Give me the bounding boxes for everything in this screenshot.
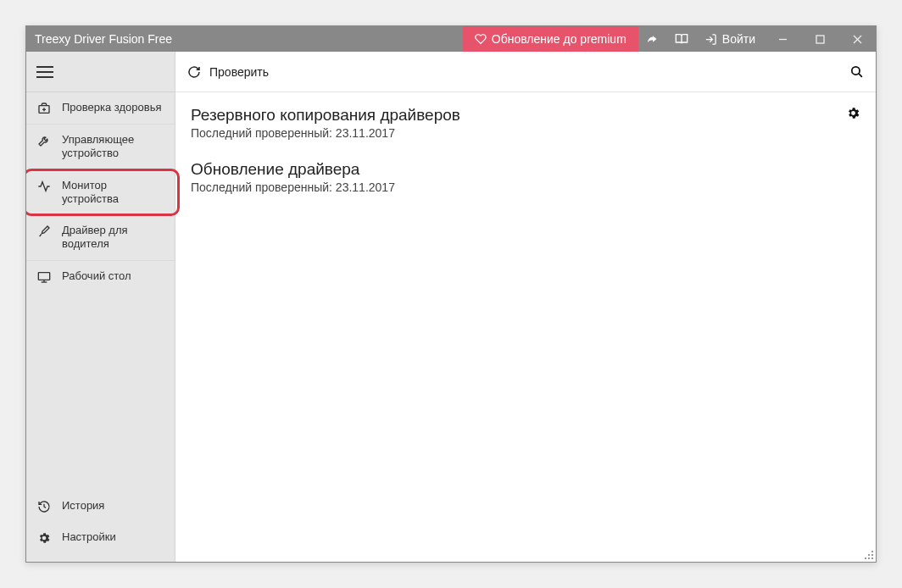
gear-icon xyxy=(36,531,52,545)
app-window: Treexy Driver Fusion Free Обновление до … xyxy=(25,25,877,563)
share-button[interactable] xyxy=(638,26,667,52)
close-button[interactable] xyxy=(838,26,876,52)
section-subtitle: Последний проверенный: 23.11.2017 xyxy=(191,126,860,140)
sidebar-item-settings[interactable]: Настройки xyxy=(26,522,175,553)
svg-line-12 xyxy=(859,74,862,77)
login-button[interactable]: Войти xyxy=(696,26,764,52)
upgrade-premium-button[interactable]: Обновление до premium xyxy=(463,26,638,52)
sidebar-item-label: Проверка здоровья xyxy=(62,101,166,114)
section-title: Обновление драйвера xyxy=(191,160,860,179)
sidebar-item-label: Монитор устройства xyxy=(62,179,166,207)
login-icon xyxy=(704,33,717,46)
svg-point-11 xyxy=(852,67,860,75)
maximize-button[interactable] xyxy=(801,26,838,52)
content-body: Резервного копирования драйверов Последн… xyxy=(175,92,876,562)
activity-icon xyxy=(36,180,52,193)
sidebar-item-driver[interactable]: Драйвер для водителя xyxy=(26,215,175,261)
hamburger-button[interactable] xyxy=(26,52,175,92)
check-button[interactable]: Проверить xyxy=(187,65,269,79)
history-icon xyxy=(36,500,52,513)
login-label: Войти xyxy=(722,32,755,46)
sidebar: Проверка здоровья Управляющее устройство… xyxy=(26,52,175,562)
heart-icon xyxy=(475,33,487,45)
sidebar-item-label: Настройки xyxy=(62,530,164,544)
section-update[interactable]: Обновление драйвера Последний проверенны… xyxy=(191,160,860,194)
titlebar: Treexy Driver Fusion Free Обновление до … xyxy=(26,26,876,52)
minimize-button[interactable] xyxy=(764,26,801,52)
upgrade-premium-label: Обновление до premium xyxy=(492,32,626,46)
section-settings-button[interactable] xyxy=(846,106,860,120)
wrench-icon xyxy=(36,134,52,147)
window-title: Treexy Driver Fusion Free xyxy=(26,26,463,52)
desktop-icon xyxy=(36,270,52,284)
app-body: Проверка здоровья Управляющее устройство… xyxy=(26,52,876,562)
resize-grip[interactable] xyxy=(862,548,874,560)
brush-icon xyxy=(36,225,52,238)
sidebar-item-label: История xyxy=(62,499,164,513)
sidebar-item-device-control[interactable]: Управляющее устройство xyxy=(26,125,175,170)
sidebar-item-device-monitor[interactable]: Монитор устройства xyxy=(26,170,175,216)
toolbar: Проверить xyxy=(175,52,876,92)
section-subtitle: Последний проверенный: 23.11.2017 xyxy=(191,180,860,194)
sidebar-item-history[interactable]: История xyxy=(26,491,175,522)
sidebar-main: Проверка здоровья Управляющее устройство… xyxy=(26,92,175,487)
sidebar-item-label: Рабочий стол xyxy=(62,269,166,283)
book-button[interactable] xyxy=(667,26,696,52)
refresh-icon xyxy=(187,65,201,79)
window-controls xyxy=(764,26,876,52)
sidebar-item-desktop[interactable]: Рабочий стол xyxy=(26,261,175,292)
medkit-icon xyxy=(36,102,52,115)
sidebar-item-label: Управляющее устройство xyxy=(62,133,166,161)
sidebar-item-label: Драйвер для водителя xyxy=(62,224,166,252)
content-area: Проверить Резервного копирования драйвер… xyxy=(175,52,876,562)
search-button[interactable] xyxy=(849,64,864,79)
svg-rect-8 xyxy=(38,272,49,280)
sidebar-item-health-check[interactable]: Проверка здоровья xyxy=(26,92,175,125)
svg-rect-1 xyxy=(816,36,824,43)
sidebar-footer: История Настройки xyxy=(26,487,175,562)
check-label: Проверить xyxy=(209,65,269,79)
section-title: Резервного копирования драйверов xyxy=(191,106,860,125)
section-backup[interactable]: Резервного копирования драйверов Последн… xyxy=(191,106,860,140)
